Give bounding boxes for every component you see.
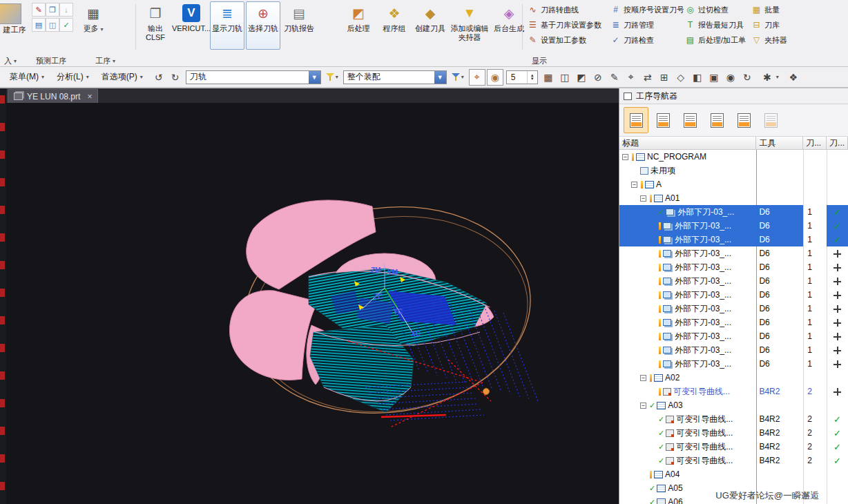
analysis-menu-button[interactable]: 分析(L)▾ (51, 69, 95, 85)
gallery-item-6-icon[interactable]: ✓ (59, 18, 73, 32)
machining-method-view-button[interactable] (704, 107, 729, 133)
gallery-item-4-icon[interactable]: ▤ (32, 18, 46, 32)
toolpath-to-curve-item[interactable]: ∿刀路转曲线 (526, 2, 609, 17)
toolpath-filter-button[interactable]: ▾ (324, 72, 340, 82)
tree-expander-icon[interactable]: − (640, 195, 646, 202)
tree-row[interactable]: A04 (619, 467, 848, 481)
column-header-3[interactable]: 刀... (803, 137, 827, 149)
toolpath-manage-item[interactable]: ≣刀路管理 (609, 17, 684, 32)
fit-view-icon[interactable]: ⊞ (657, 70, 672, 85)
program-order-view-button[interactable] (624, 107, 648, 133)
set-machining-params-item[interactable]: ✎设置加工参数 (526, 32, 609, 48)
gallery-item-3-icon[interactable]: ↓ (59, 3, 73, 17)
tree-row[interactable]: 外部下刀-03_...D61 (619, 329, 848, 343)
create-tool-button[interactable]: ◆创建刀具 (413, 1, 447, 50)
tree-row[interactable]: 外部下刀-03_...D61 (619, 302, 848, 316)
tree-expander-icon[interactable]: − (640, 403, 646, 409)
tree-expander-icon[interactable]: − (622, 154, 628, 160)
tree-row[interactable]: ✓外部下刀-03_...D61✓ (619, 205, 848, 219)
tools-menu-button[interactable]: ✱ ▾ (758, 68, 781, 86)
left-dock-strip[interactable] (0, 88, 6, 504)
hide-icon[interactable]: ◩ (574, 70, 589, 85)
move-object-icon[interactable]: ⇄ (640, 70, 655, 85)
close-icon[interactable]: × (87, 92, 92, 101)
customize-button[interactable]: ❖ (784, 68, 803, 86)
orient-view-icon[interactable]: ◇ (673, 70, 688, 85)
edit-object-display-icon[interactable]: ✎ (607, 70, 622, 85)
group-label-predict[interactable]: 预测工序 (36, 56, 66, 66)
background-generate-button[interactable]: ◈后台生成 (492, 1, 526, 50)
wcs-display-icon[interactable]: ⌖ (624, 70, 639, 85)
tree-row[interactable]: 外部下刀-03_...D61 (619, 357, 848, 371)
refresh-view-icon[interactable]: ↻ (740, 70, 755, 85)
tree-expander-icon[interactable]: − (640, 375, 646, 381)
tree-expander-icon[interactable]: − (631, 182, 637, 188)
find-object-button[interactable] (731, 107, 756, 133)
tree-row[interactable]: ✓可变引导曲线...B4R22✓ (619, 454, 848, 467)
tree-row[interactable]: 外部下刀-03_...D61 (619, 343, 848, 357)
tree-row[interactable]: 外部下刀-03_...D61✓ (619, 233, 848, 246)
column-header-2[interactable]: 工具 (756, 137, 803, 149)
layer-settings-icon[interactable]: ▣ (706, 70, 722, 85)
tree-row[interactable]: ✓可变引导曲线...B4R22✓ (619, 440, 848, 454)
chevron-down-icon[interactable]: ▼ (434, 71, 446, 84)
spinner-arrows-icon[interactable]: ▲▼ (527, 71, 537, 84)
assembly-combo[interactable]: 整个装配 ▼ (343, 70, 447, 84)
create-operation-button[interactable]: 建工序 (0, 1, 29, 50)
mcs-display-icon[interactable]: ⌖ (469, 69, 485, 86)
tree-row[interactable]: 外部下刀-03_...D61 (619, 274, 848, 288)
tree-row[interactable]: 外部下刀-03_...D61 (619, 246, 848, 260)
group-label-insert[interactable]: 入▾ (4, 56, 17, 66)
navigator-properties-button[interactable] (758, 107, 783, 133)
tree-row[interactable]: −A (619, 177, 848, 191)
program-group-button[interactable]: ❖程序组 (377, 1, 412, 50)
toolpath-check-item[interactable]: ✓刀路检查 (609, 32, 684, 48)
group-label-operation[interactable]: 工序▾ (95, 56, 115, 66)
show-hide-icon[interactable]: ▦ (541, 70, 556, 85)
column-header-4[interactable]: 刀... (827, 137, 848, 149)
gallery-item-1-icon[interactable]: ✎ (32, 3, 46, 17)
output-clsf-button[interactable]: ❐输出 CLSF (138, 1, 173, 50)
tree-row[interactable]: −A01 (619, 191, 848, 205)
vericut-button[interactable]: VVERICUT... (174, 1, 209, 50)
column-header-1[interactable]: 标题 (619, 137, 756, 149)
tree-row[interactable]: ✓可变引导曲线...B4R22✓ (619, 412, 848, 426)
tree-row[interactable]: 外部下刀-03_...D61 (619, 288, 848, 302)
toolpath-report-button[interactable]: ▤刀轨报告 (282, 1, 316, 50)
section-clip-icon[interactable]: ⊘ (590, 70, 606, 85)
tree-row[interactable]: 未用项 (619, 164, 848, 177)
select-toolpath-button[interactable]: ⊕选择刀轨 (246, 1, 280, 50)
gouge-check-item[interactable]: ◎过切检查 (684, 2, 750, 17)
tree-row[interactable]: 外部下刀-03_...D61 (619, 260, 848, 274)
graphics-viewport[interactable]: ZMYMZCYCXC (6, 103, 619, 504)
main-menu-button[interactable]: 菜单(M)▾ (4, 69, 50, 85)
gallery-item-2-icon[interactable]: ❐ (46, 3, 59, 17)
tree-row[interactable]: ✓可变引导曲线...B4R22✓ (619, 426, 848, 440)
tree-row[interactable]: 外部下刀-03_...D61✓ (619, 219, 848, 233)
assembly-filter-button[interactable]: ▾ (450, 72, 466, 82)
geometry-view-button[interactable] (677, 107, 702, 133)
set-tool-number-item[interactable]: #按顺序号设置刀号 (609, 2, 684, 17)
tree-row[interactable]: 外部下刀-03_...D61 (619, 316, 848, 329)
shortest-tool-report-item[interactable]: T报告最短刀具 (684, 17, 750, 32)
postprocess-button[interactable]: ◩后处理 (341, 1, 376, 50)
snapshot-icon[interactable]: ◉ (723, 70, 738, 85)
tool-library-item[interactable]: ⊟刀库 (750, 17, 848, 32)
add-edit-holder-button[interactable]: ▼添加或编辑夹持器 (449, 1, 490, 50)
library-set-params-item[interactable]: ☰基于刀库设置参数 (526, 17, 609, 32)
tree-row[interactable]: −NC_PROGRAM (619, 150, 848, 164)
part-tab[interactable]: YE LUN 08.prt × (8, 89, 98, 103)
group-label-display[interactable]: 显示 (532, 56, 547, 66)
tree-row[interactable]: 可变引导曲线...B4R22 (619, 385, 848, 398)
gallery-item-5-icon[interactable]: ◫ (46, 18, 59, 32)
machine-tool-view-button[interactable] (651, 107, 675, 133)
tree-row[interactable]: −✓A03 (619, 398, 848, 412)
show-toolpath-button[interactable]: ≣显示刀轨 (210, 1, 244, 50)
undo-icon[interactable]: ↺ (151, 70, 166, 85)
holder-item[interactable]: ▽夹持器 (750, 32, 848, 48)
batch-item[interactable]: ▦批量 (750, 2, 848, 17)
show-only-icon[interactable]: ◫ (557, 70, 572, 85)
more-button[interactable]: ▦ 更多 ▾ (77, 1, 109, 50)
chevron-down-icon[interactable]: ▼ (309, 71, 320, 84)
frames-spinner[interactable]: 5 ▲▼ (506, 70, 538, 84)
